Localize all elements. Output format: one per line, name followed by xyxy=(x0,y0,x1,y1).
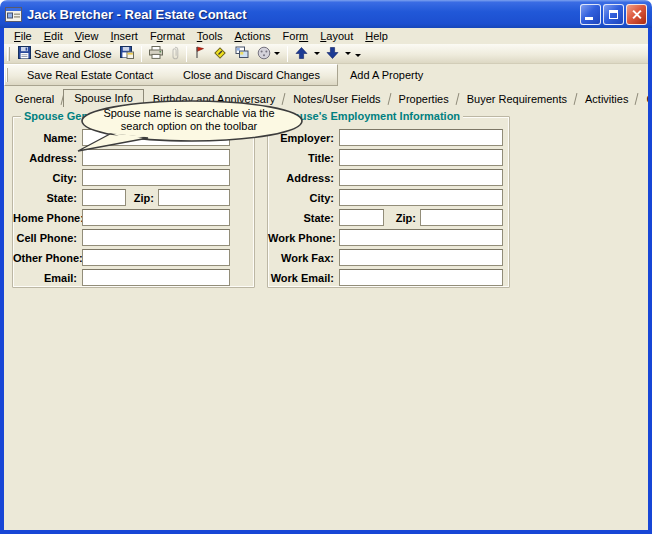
save-and-new-button[interactable] xyxy=(116,44,138,63)
spouse-home-phone-input[interactable] xyxy=(82,209,230,226)
spouse-email-input[interactable] xyxy=(82,269,230,286)
close-button[interactable] xyxy=(626,4,647,25)
address-cards-button[interactable] xyxy=(231,44,253,63)
tab-activities[interactable]: Activities xyxy=(576,90,637,107)
window-title: Jack Bretcher - Real Estate Contact xyxy=(27,7,575,22)
menu-actions[interactable]: Actions xyxy=(228,29,276,43)
spouse-email-label: Email: xyxy=(13,272,82,284)
menu-form[interactable]: Form xyxy=(277,29,315,43)
previous-item-dropdown[interactable] xyxy=(312,44,322,63)
menu-bar: FileEditViewInsertFormatToolsActionsForm… xyxy=(4,28,648,44)
menu-view[interactable]: View xyxy=(69,29,105,43)
menu-help[interactable]: Help xyxy=(359,29,394,43)
save-real-estate-contact-button[interactable]: Save Real Estate Contact xyxy=(12,65,168,85)
yellow-diamond-button[interactable] xyxy=(209,44,231,63)
field-row-work-email: Work Email: xyxy=(268,269,509,286)
work-city-input[interactable] xyxy=(339,189,503,206)
work-phone-label: Work Phone: xyxy=(268,232,339,244)
work-phone-input[interactable] xyxy=(339,229,503,246)
menu-edit[interactable]: Edit xyxy=(38,29,69,43)
spouse-title-input[interactable] xyxy=(339,149,503,166)
menu-insert[interactable]: Insert xyxy=(104,29,144,43)
follow-up-flag-button[interactable] xyxy=(190,44,209,63)
close-icon xyxy=(631,9,642,20)
action-band-grip[interactable] xyxy=(6,68,8,82)
save-and-close-label: Save and Close xyxy=(34,48,112,60)
spouse-name-label: Name: xyxy=(13,132,82,144)
next-item-arrow-icon xyxy=(326,47,339,61)
field-row-work-city: City: xyxy=(268,189,509,206)
spouse-state-input[interactable] xyxy=(82,189,126,206)
paperclip-icon xyxy=(171,46,179,62)
spouse-name-input[interactable] xyxy=(82,129,230,146)
field-row-work-fax: Work Fax: xyxy=(268,249,509,266)
window-body: FileEditViewInsertFormatToolsActionsForm… xyxy=(0,28,652,534)
tab-notes-user-fields[interactable]: Notes/User Fields xyxy=(284,90,389,107)
dropdown-caret-icon xyxy=(274,52,280,55)
work-state-label: State: xyxy=(268,212,339,224)
spouse-cell-phone-input[interactable] xyxy=(82,229,230,246)
main-toolbar: Save and Close xyxy=(4,44,648,64)
group-title: Spouse General Information xyxy=(21,110,174,122)
work-state-input[interactable] xyxy=(339,209,384,226)
field-row-spouse-title: Title: xyxy=(268,149,509,166)
tab-birthday-and-anniversary[interactable]: Birthday and Anniversary xyxy=(144,90,284,107)
work-fax-label: Work Fax: xyxy=(268,252,339,264)
spouse-city-input[interactable] xyxy=(82,169,230,186)
menu-format[interactable]: Format xyxy=(144,29,191,43)
attach-file-button xyxy=(167,44,183,63)
work-zip-input[interactable] xyxy=(420,209,503,226)
work-zip-label: Zip: xyxy=(384,212,420,224)
menu-file[interactable]: File xyxy=(8,29,38,43)
work-fax-input[interactable] xyxy=(339,249,503,266)
titlebar[interactable]: Jack Bretcher - Real Estate Contact xyxy=(0,0,652,28)
tab-properties[interactable]: Properties xyxy=(390,90,458,107)
field-row-spouse-name: Name: xyxy=(13,129,254,146)
field-row-spouse-other-phone: Other Phone: xyxy=(13,249,254,266)
tab-general[interactable]: General xyxy=(6,90,63,107)
autodial-icon xyxy=(257,46,271,62)
spouse-zip-input[interactable] xyxy=(158,189,230,206)
add-a-property-button[interactable]: Add A Property xyxy=(335,65,438,85)
previous-item-button[interactable] xyxy=(291,44,312,63)
next-item-button[interactable] xyxy=(322,44,343,63)
close-and-discard-changes-button[interactable]: Close and Discard Changes xyxy=(168,65,335,85)
spouse-city-label: City: xyxy=(13,172,82,184)
dropdown-caret-icon xyxy=(314,52,320,55)
save-icon xyxy=(18,46,31,61)
field-row-employer: Employer: xyxy=(268,129,509,146)
work-city-label: City: xyxy=(268,192,339,204)
action-bar: Save Real Estate ContactClose and Discar… xyxy=(4,64,648,87)
field-row-work-state: State:Zip: xyxy=(268,209,509,226)
toolbar-separator xyxy=(287,46,288,62)
field-row-spouse-state: State:Zip: xyxy=(13,189,254,206)
toolbar-options-button[interactable] xyxy=(353,46,363,65)
tab-certificates[interactable]: Certificates xyxy=(637,90,648,107)
minimize-button[interactable] xyxy=(580,4,601,25)
spouse-address-label: Address: xyxy=(13,152,82,164)
next-item-dropdown[interactable] xyxy=(343,44,353,63)
menu-layout[interactable]: Layout xyxy=(314,29,359,43)
tab-spouse-info[interactable]: Spouse Info xyxy=(63,89,144,107)
groupbox-spouse-general-information: Spouse General InformationName:Address:C… xyxy=(12,116,255,288)
app-icon xyxy=(5,7,22,22)
work-address-input[interactable] xyxy=(339,169,503,186)
dropdown-caret-icon xyxy=(345,52,351,55)
toolbar-grip[interactable] xyxy=(7,47,10,61)
spouse-other-phone-input[interactable] xyxy=(82,249,230,266)
spouse-other-phone-label: Other Phone: xyxy=(13,252,82,264)
toolbar-separator xyxy=(141,46,142,62)
employer-input[interactable] xyxy=(339,129,503,146)
tab-buyer-requirements[interactable]: Buyer Requirements xyxy=(458,90,576,107)
print-button[interactable] xyxy=(145,44,167,63)
menu-tools[interactable]: Tools xyxy=(191,29,229,43)
save-and-close-button[interactable]: Save and Close xyxy=(14,44,116,63)
spouse-zip-label: Zip: xyxy=(126,192,158,204)
field-row-spouse-cell-phone: Cell Phone: xyxy=(13,229,254,246)
field-row-work-phone: Work Phone: xyxy=(268,229,509,246)
work-email-input[interactable] xyxy=(339,269,503,286)
autodial-button[interactable] xyxy=(253,44,284,63)
maximize-button[interactable] xyxy=(603,4,624,25)
application-window: Jack Bretcher - Real Estate Contact File… xyxy=(0,0,652,534)
spouse-address-input[interactable] xyxy=(82,149,230,166)
